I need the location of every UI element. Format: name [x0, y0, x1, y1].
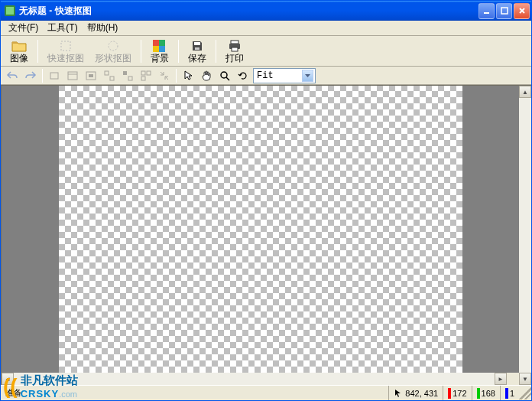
- canvas-viewport[interactable]: [2, 86, 519, 373]
- svg-rect-8: [153, 46, 159, 52]
- svg-rect-4: [61, 41, 70, 51]
- green-swatch: [477, 388, 480, 399]
- view-icon: [67, 70, 78, 81]
- swap-icon: [122, 70, 133, 81]
- svg-rect-20: [105, 71, 109, 75]
- image-button[interactable]: 图像: [5, 37, 33, 65]
- save-button[interactable]: 保存: [183, 37, 211, 65]
- menu-bar: 文件(F) 工具(T) 帮助(H): [1, 21, 531, 36]
- close-button[interactable]: [514, 3, 530, 19]
- scroll-track[interactable]: [519, 98, 531, 373]
- print-icon: [228, 39, 242, 53]
- green-value: 168: [482, 389, 495, 398]
- svg-rect-6: [153, 40, 159, 46]
- print-button[interactable]: 打印: [221, 37, 248, 65]
- tool-button-6[interactable]: [138, 67, 154, 84]
- svg-rect-24: [141, 71, 145, 75]
- minimize-button[interactable]: [478, 3, 495, 19]
- vertical-scrollbar[interactable]: ▲ ▼: [519, 86, 531, 385]
- tool-button-3[interactable]: [83, 67, 99, 84]
- image-label: 图像: [10, 54, 28, 63]
- separator: [37, 40, 38, 63]
- svg-rect-12: [231, 41, 238, 44]
- svg-rect-2: [484, 12, 489, 14]
- status-red: 172: [443, 386, 472, 400]
- coords-text: 842, 431: [405, 389, 438, 398]
- pointer-tool[interactable]: [180, 67, 196, 84]
- background-button[interactable]: 背景: [146, 37, 174, 65]
- horizontal-scrollbar[interactable]: ◄ ►: [2, 373, 507, 385]
- quick-cutout-button[interactable]: 快速抠图: [43, 37, 89, 65]
- save-icon: [191, 39, 203, 53]
- status-bar: 准备 842, 431 172 168 1: [1, 385, 531, 400]
- svg-rect-15: [50, 73, 58, 79]
- blue-swatch: [505, 388, 508, 399]
- magnifier-icon: [219, 70, 230, 81]
- scroll-down-button[interactable]: ▼: [519, 373, 531, 385]
- hand-icon: [201, 70, 212, 81]
- resize-grip[interactable]: [519, 387, 531, 399]
- svg-rect-10: [194, 42, 200, 45]
- menu-file[interactable]: 文件(F): [4, 20, 43, 36]
- print-label: 打印: [225, 54, 244, 63]
- tool-button-5[interactable]: [119, 67, 136, 84]
- scroll-up-button[interactable]: ▲: [519, 86, 531, 98]
- svg-point-5: [109, 41, 118, 51]
- shape-cutout-icon: [107, 39, 119, 53]
- status-blue: 1: [501, 386, 519, 400]
- hand-tool[interactable]: [198, 67, 215, 84]
- refresh-icon: [238, 70, 248, 81]
- grid-icon: [141, 70, 151, 81]
- work-area: ◄ ► ▲ ▼: [1, 85, 531, 385]
- zoom-select[interactable]: Fit: [253, 68, 316, 83]
- tool-button-1[interactable]: [46, 67, 63, 84]
- svg-rect-21: [110, 77, 114, 80]
- svg-rect-3: [501, 8, 508, 14]
- secondary-toolbar: Fit: [1, 67, 531, 85]
- svg-line-28: [226, 77, 229, 80]
- scroll-track[interactable]: [14, 373, 495, 385]
- redo-icon: [24, 70, 37, 81]
- scroll-corner: [507, 373, 519, 385]
- quick-cutout-icon: [60, 39, 72, 53]
- separator: [178, 40, 179, 63]
- menu-help[interactable]: 帮助(H): [83, 20, 123, 36]
- arrange-icon: [104, 70, 115, 81]
- scroll-right-button[interactable]: ►: [495, 373, 507, 385]
- svg-rect-9: [159, 46, 165, 52]
- application-window: 无标题 - 快速抠图 文件(F) 工具(T) 帮助(H) 图像: [0, 0, 532, 401]
- svg-rect-23: [128, 77, 132, 80]
- tool-button-4[interactable]: [101, 67, 118, 84]
- scroll-left-button[interactable]: ◄: [2, 373, 14, 385]
- tool-button-7[interactable]: [156, 67, 173, 84]
- zoom-tool[interactable]: [216, 67, 233, 84]
- separator: [176, 69, 177, 83]
- canvas[interactable]: [59, 86, 462, 373]
- redo-button[interactable]: [22, 67, 39, 84]
- dropdown-icon: [302, 70, 313, 82]
- save-label: 保存: [188, 54, 206, 63]
- shape-cutout-button[interactable]: 形状抠图: [90, 37, 136, 65]
- refresh-button[interactable]: [235, 67, 251, 84]
- status-green: 168: [472, 386, 501, 400]
- maximize-button[interactable]: [496, 3, 512, 19]
- shrink-icon: [159, 70, 170, 81]
- window-title: 无标题 - 快速抠图: [19, 5, 478, 18]
- rect-icon: [49, 70, 60, 81]
- separator: [42, 69, 43, 83]
- svg-rect-22: [123, 71, 127, 75]
- tool-button-2[interactable]: [64, 67, 81, 84]
- status-coords: 842, 431: [389, 386, 443, 400]
- cursor-icon: [394, 389, 403, 398]
- status-ready: 准备: [1, 386, 389, 400]
- svg-rect-14: [232, 47, 238, 51]
- title-bar: 无标题 - 快速抠图: [1, 1, 531, 21]
- background-label: 背景: [151, 54, 169, 63]
- separator: [216, 40, 216, 63]
- pointer-icon: [183, 70, 193, 81]
- undo-button[interactable]: [4, 67, 21, 84]
- main-toolbar: 图像 快速抠图 形状抠图 背景 保存: [1, 36, 531, 67]
- svg-rect-25: [147, 71, 151, 75]
- svg-point-27: [221, 72, 227, 78]
- menu-tools[interactable]: 工具(T): [43, 20, 82, 36]
